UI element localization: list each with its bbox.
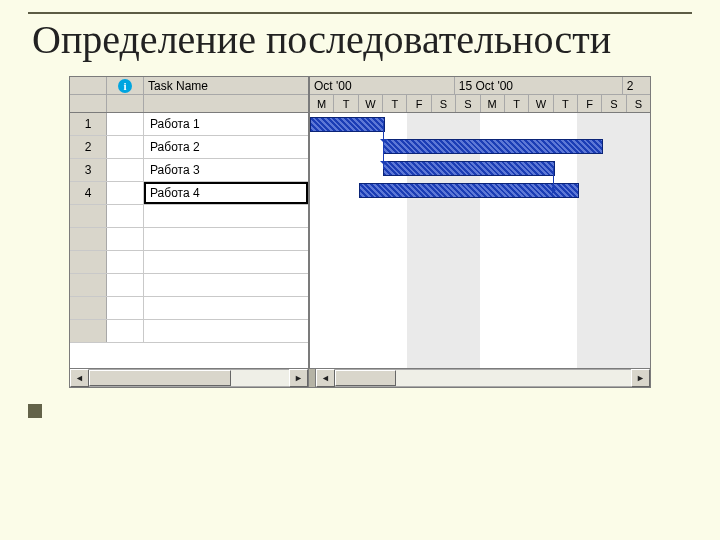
hscroll-right[interactable]: ◄ ► xyxy=(316,369,650,387)
scroll-right-icon[interactable]: ► xyxy=(631,369,650,387)
table-row[interactable] xyxy=(70,320,308,343)
slide-bullet-icon xyxy=(28,404,42,418)
table-row[interactable]: 3Работа 3 xyxy=(70,159,308,182)
row-id[interactable]: 3 xyxy=(70,159,107,181)
timescale-day[interactable]: M xyxy=(310,95,334,112)
timescale-day[interactable]: F xyxy=(578,95,602,112)
dependency-link xyxy=(553,168,555,191)
task-name-cell[interactable]: Работа 3 xyxy=(144,159,308,181)
timescale-day[interactable]: F xyxy=(407,95,431,112)
timescale-day[interactable]: T xyxy=(505,95,529,112)
row-id[interactable]: 2 xyxy=(70,136,107,158)
task-name-cell[interactable]: Работа 4 xyxy=(144,182,308,204)
scroll-right-icon[interactable]: ► xyxy=(289,369,308,387)
timescale-day[interactable]: S xyxy=(602,95,626,112)
table-row[interactable]: 2Работа 2 xyxy=(70,136,308,159)
pane-splitter[interactable] xyxy=(308,369,316,387)
timescale-day[interactable]: T xyxy=(383,95,407,112)
gantt-bar[interactable] xyxy=(383,139,604,154)
row-id[interactable]: 4 xyxy=(70,182,107,204)
task-table: i Task Name 1Работа 12Работа 23Работа 34… xyxy=(70,77,310,368)
gantt-bar[interactable] xyxy=(359,183,580,198)
scroll-left-icon[interactable]: ◄ xyxy=(70,369,89,387)
timescale-week[interactable]: Oct '00 xyxy=(310,77,455,94)
task-name-cell[interactable]: Работа 2 xyxy=(144,136,308,158)
table-row[interactable] xyxy=(70,205,308,228)
gantt-bar[interactable] xyxy=(383,161,555,176)
timescale-week[interactable]: 2 xyxy=(623,77,650,94)
table-row[interactable] xyxy=(70,297,308,320)
hscroll-left[interactable]: ◄ ► xyxy=(70,369,308,387)
timescale-day[interactable]: M xyxy=(481,95,505,112)
timescale-day[interactable]: W xyxy=(529,95,553,112)
info-icon: i xyxy=(118,79,132,93)
timescale-day[interactable]: S xyxy=(432,95,456,112)
table-row[interactable] xyxy=(70,251,308,274)
timescale-day[interactable]: W xyxy=(359,95,383,112)
timescale-day[interactable]: T xyxy=(554,95,578,112)
timeline: Oct '0015 Oct '002 MTWTFSSMTWTFSS xyxy=(310,77,650,368)
dependency-link xyxy=(383,124,385,169)
row-info[interactable] xyxy=(107,136,144,158)
col-info-header[interactable]: i xyxy=(107,77,144,94)
table-row[interactable] xyxy=(70,274,308,297)
table-row[interactable]: 1Работа 1 xyxy=(70,113,308,136)
timescale-day[interactable]: S xyxy=(456,95,480,112)
scrollbar-row: ◄ ► ◄ ► xyxy=(70,368,650,387)
scroll-left-icon[interactable]: ◄ xyxy=(316,369,335,387)
table-row[interactable] xyxy=(70,228,308,251)
gantt-window: i Task Name 1Работа 12Работа 23Работа 34… xyxy=(69,76,651,388)
row-info[interactable] xyxy=(107,113,144,135)
table-row[interactable]: 4Работа 4 xyxy=(70,182,308,205)
col-taskname-header[interactable]: Task Name xyxy=(144,77,308,94)
timescale-day[interactable]: S xyxy=(627,95,650,112)
gantt-bar[interactable] xyxy=(310,117,385,132)
timescale-week[interactable]: 15 Oct '00 xyxy=(455,77,623,94)
row-info[interactable] xyxy=(107,182,144,204)
slide-title: Определение последовательности xyxy=(32,18,692,62)
timescale-day[interactable]: T xyxy=(334,95,358,112)
col-id-header[interactable] xyxy=(70,77,107,94)
row-id[interactable]: 1 xyxy=(70,113,107,135)
task-name-cell[interactable]: Работа 1 xyxy=(144,113,308,135)
row-info[interactable] xyxy=(107,159,144,181)
